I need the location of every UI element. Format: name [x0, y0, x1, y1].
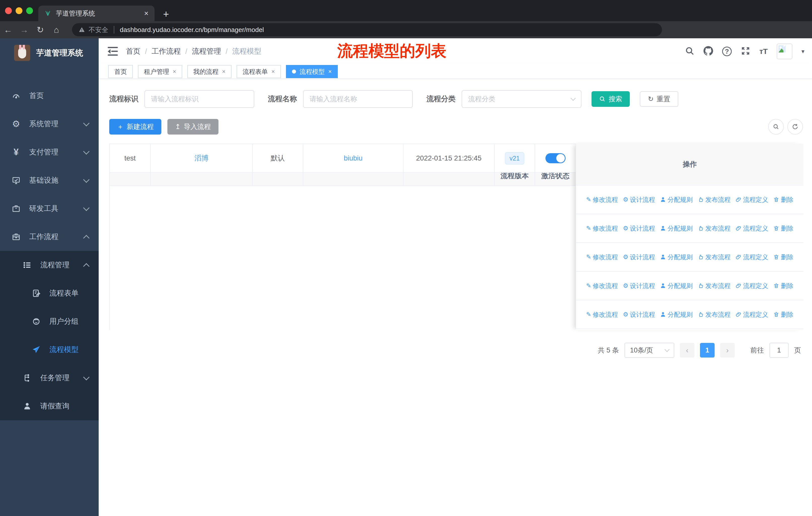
process-name-link[interactable]: 滔博 — [195, 154, 209, 163]
tag-process-model[interactable]: 流程模型× — [286, 65, 338, 78]
tag-home[interactable]: 首页 — [108, 65, 133, 78]
version-badge[interactable]: v21 — [505, 152, 524, 165]
delete-link[interactable]: 删除 — [773, 310, 793, 319]
tag-tenant[interactable]: 租户管理× — [138, 65, 182, 78]
form-info-link[interactable]: biubiu — [344, 154, 363, 162]
process-definition-link[interactable]: 流程定义 — [735, 282, 768, 290]
header-bar: 首页 / 工作流程 / 流程管理 / 流程模型 流程模型的列表 ? — [99, 38, 812, 64]
zoom-window-button[interactable] — [26, 7, 33, 14]
sidebar-item-user-group[interactable]: 用户分组 — [0, 307, 99, 335]
sidebar-item-workflow[interactable]: 工作流程 — [0, 223, 99, 251]
process-key-input[interactable] — [144, 90, 254, 108]
chevron-down-icon — [665, 347, 670, 352]
operations-fixed-column: 操作 ✎修改流程 ⚙设计流程 分配规则 发布流程 流程定义 删除 — [576, 144, 804, 330]
design-process-link[interactable]: ⚙设计流程 — [623, 310, 655, 319]
window-controls[interactable] — [5, 7, 33, 14]
design-process-link[interactable]: ⚙设计流程 — [623, 195, 655, 204]
assign-rule-link[interactable]: 分配规则 — [660, 253, 693, 261]
reload-icon[interactable]: ↻ — [32, 25, 48, 35]
paperclip-icon — [735, 225, 742, 231]
new-tab-button[interactable]: + — [163, 8, 169, 20]
breadcrumb-process-mgmt[interactable]: 流程管理 — [192, 46, 221, 56]
sidebar-item-devtools[interactable]: 研发工具 — [0, 194, 99, 223]
sidebar-item-process-mgmt[interactable]: 流程管理 — [0, 251, 99, 279]
sidebar-item-leave-query[interactable]: 请假查询 — [0, 392, 99, 420]
browser-tabstrip: 芋道管理系统 × + — [0, 0, 812, 21]
process-definition-link[interactable]: 流程定义 — [735, 224, 768, 233]
refresh-table-button[interactable] — [787, 119, 803, 135]
assign-rule-link[interactable]: 分配规则 — [660, 195, 693, 204]
next-page-button[interactable]: › — [720, 343, 735, 357]
sidebar-item-task-mgmt[interactable]: 任务管理 — [0, 364, 99, 392]
publish-process-link[interactable]: 发布流程 — [698, 310, 730, 319]
search-button[interactable]: 搜索 — [591, 91, 630, 107]
close-icon[interactable]: × — [222, 68, 226, 75]
sidebar-item-home[interactable]: 首页 — [0, 82, 99, 110]
edit-process-link[interactable]: ✎修改流程 — [586, 310, 618, 319]
thumb-up-icon — [698, 225, 704, 231]
breadcrumb-workflow[interactable]: 工作流程 — [151, 46, 181, 56]
reset-button[interactable]: ↻ 重置 — [640, 91, 678, 107]
sidebar-item-process-model[interactable]: 流程模型 — [0, 335, 99, 364]
back-icon[interactable]: ← — [0, 25, 16, 35]
breadcrumb-home[interactable]: 首页 — [126, 46, 141, 56]
forward-icon[interactable]: → — [16, 25, 32, 35]
url-field[interactable]: 不安全 dashboard.yudao.iocoder.cn/bpm/manag… — [72, 23, 662, 36]
process-definition-link[interactable]: 流程定义 — [735, 253, 768, 261]
search-icon[interactable] — [685, 46, 694, 57]
collapse-sidebar-icon[interactable] — [108, 47, 118, 56]
process-definition-link[interactable]: 流程定义 — [735, 195, 768, 204]
create-process-button[interactable]: ＋ 新建流程 — [109, 119, 161, 135]
sidebar-item-infrastructure[interactable]: 基础设施 — [0, 166, 99, 194]
edit-process-link[interactable]: ✎修改流程 — [586, 195, 618, 204]
current-page-button[interactable]: 1 — [700, 343, 715, 357]
minimize-window-button[interactable] — [16, 7, 22, 14]
goto-page-input[interactable] — [770, 343, 789, 358]
paper-plane-icon — [31, 346, 41, 354]
close-window-button[interactable] — [5, 7, 12, 14]
toggle-search-button[interactable] — [768, 119, 784, 135]
publish-process-link[interactable]: 发布流程 — [698, 282, 730, 290]
publish-process-link[interactable]: 发布流程 — [698, 195, 730, 204]
publish-process-link[interactable]: 发布流程 — [698, 224, 730, 233]
avatar[interactable] — [777, 44, 792, 59]
sidebar-item-system[interactable]: ⚙ 系统管理 — [0, 110, 99, 138]
design-process-link[interactable]: ⚙设计流程 — [623, 282, 655, 290]
tag-my-process[interactable]: 我的流程× — [187, 65, 232, 78]
sidebar-item-process-form[interactable]: 流程表单 — [0, 279, 99, 307]
design-process-link[interactable]: ⚙设计流程 — [623, 253, 655, 261]
edit-process-link[interactable]: ✎修改流程 — [586, 224, 618, 233]
publish-process-link[interactable]: 发布流程 — [698, 253, 730, 261]
delete-link[interactable]: 删除 — [773, 195, 793, 204]
design-process-link[interactable]: ⚙设计流程 — [623, 224, 655, 233]
browser-tab[interactable]: 芋道管理系统 × — [38, 5, 154, 21]
delete-link[interactable]: 删除 — [773, 224, 793, 233]
active-toggle[interactable] — [546, 153, 566, 163]
edit-process-link[interactable]: ✎修改流程 — [586, 253, 618, 261]
app-logo[interactable]: 芋道管理系统 — [0, 38, 99, 67]
fullscreen-icon[interactable] — [741, 46, 750, 57]
delete-link[interactable]: 删除 — [773, 253, 793, 261]
assign-rule-link[interactable]: 分配规则 — [660, 310, 693, 319]
assign-rule-link[interactable]: 分配规则 — [660, 282, 693, 290]
process-definition-link[interactable]: 流程定义 — [735, 310, 768, 319]
home-icon[interactable]: ⌂ — [48, 25, 64, 35]
import-process-button[interactable]: ↥ 导入流程 — [167, 119, 219, 135]
tag-process-form[interactable]: 流程表单× — [237, 65, 281, 78]
process-name-input[interactable] — [303, 90, 413, 108]
close-icon[interactable]: × — [328, 68, 332, 75]
chevron-down-icon[interactable]: ▾ — [802, 48, 805, 55]
sidebar-item-payment[interactable]: ¥ 支付管理 — [0, 138, 99, 166]
category-select[interactable]: 流程分类 — [462, 90, 581, 108]
close-icon[interactable]: × — [271, 68, 275, 75]
tab-close-icon[interactable]: × — [144, 9, 148, 18]
close-icon[interactable]: × — [173, 68, 176, 75]
help-icon[interactable]: ? — [722, 47, 732, 56]
font-size-icon[interactable]: ᴛT — [759, 47, 768, 56]
prev-page-button[interactable]: ‹ — [680, 343, 694, 357]
github-icon[interactable] — [703, 46, 713, 57]
assign-rule-link[interactable]: 分配规则 — [660, 224, 693, 233]
edit-process-link[interactable]: ✎修改流程 — [586, 282, 618, 290]
delete-link[interactable]: 删除 — [773, 282, 793, 290]
page-size-select[interactable]: 10条/页 — [625, 343, 674, 358]
